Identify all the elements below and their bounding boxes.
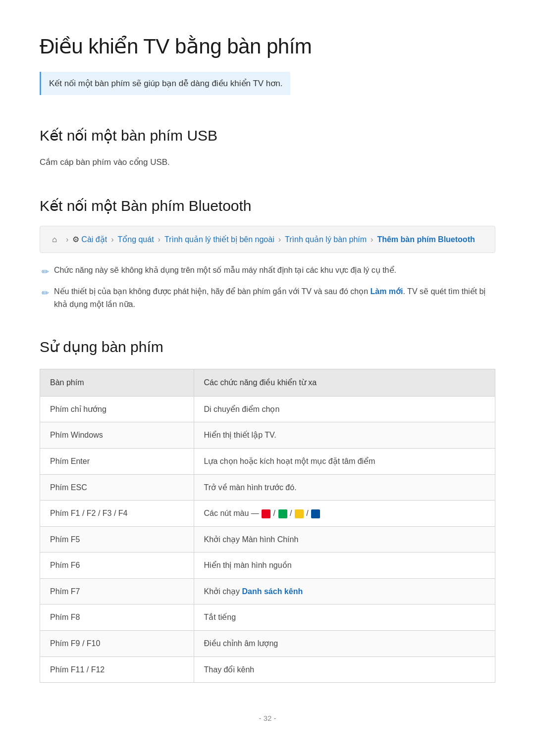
table-row: Phím F6 Hiển thị màn hình nguồn (40, 553, 495, 579)
table-row: Phím F8 Tắt tiếng (40, 605, 495, 631)
key-cell: Phím F9 / F10 (40, 631, 194, 657)
key-cell: Phím F5 (40, 526, 194, 553)
bluetooth-section-title: Kết nối một Bàn phím Bluetooth (40, 194, 495, 218)
breadcrumb-item-4[interactable]: Trình quản lý bàn phím (285, 233, 367, 246)
breadcrumb-sep-1: › (111, 233, 113, 246)
breadcrumb-item-2[interactable]: Tổng quát (117, 233, 154, 246)
func-cell: Hiển thị thiết lập TV. (194, 422, 495, 449)
table-row: Phím F9 / F10 Điều chỉnh âm lượng (40, 631, 495, 657)
func-cell: Khởi chạy Màn hình Chính (194, 526, 495, 553)
breadcrumb: ⌂ › ⚙ Cài đặt › Tổng quát › Trình quản l… (40, 226, 495, 253)
table-row: Phím F7 Khởi chạy Danh sách kênh (40, 578, 495, 605)
breadcrumb-item-1[interactable]: Cài đặt (81, 233, 107, 246)
table-row: Phím F11 / F12 Thay đổi kênh (40, 656, 495, 683)
section-usage: Sử dụng bàn phím Bàn phím Các chức năng … (40, 335, 495, 683)
table-row: Phím Enter Lựa chọn hoặc kích hoạt một m… (40, 448, 495, 474)
section-usb: Kết nối một bàn phím USB Cắm cáp bàn phí… (40, 124, 495, 169)
key-cell: Phím F8 (40, 605, 194, 631)
pencil-icon-1: ✏ (42, 265, 49, 279)
breadcrumb-item-5: Thêm bàn phím Bluetooth (377, 233, 475, 246)
table-header-row: Bàn phím Các chức năng điều khiển từ xa (40, 369, 495, 397)
breadcrumb-sep-0: › (66, 233, 68, 246)
breadcrumb-sep-4: › (371, 233, 373, 246)
key-cell: Phím ESC (40, 474, 194, 501)
bluetooth-note-1: ✏ Chức năng này sẽ không khả dụng trên m… (40, 264, 495, 279)
func-cell: Di chuyển điểm chọn (194, 396, 495, 422)
bluetooth-note-2-text: Nếu thiết bị của bạn không được phát hiệ… (54, 285, 495, 310)
func-cell: Điều chỉnh âm lượng (194, 631, 495, 657)
func-cell: Lựa chọn hoặc kích hoạt một mục đặt tâm … (194, 448, 495, 474)
key-cell: Phím F1 / F2 / F3 / F4 (40, 501, 194, 527)
keyboard-table: Bàn phím Các chức năng điều khiển từ xa … (40, 369, 495, 683)
key-cell: Phím Enter (40, 448, 194, 474)
bluetooth-notes: ✏ Chức năng này sẽ không khả dụng trên m… (40, 264, 495, 310)
color-yellow (295, 509, 304, 518)
page-title: Điều khiển TV bằng bàn phím (40, 30, 495, 63)
refresh-link[interactable]: Làm mới (370, 287, 403, 296)
channel-list-link[interactable]: Danh sách kênh (242, 587, 303, 596)
key-cell: Phím F6 (40, 553, 194, 579)
table-col2-header: Các chức năng điều khiển từ xa (194, 369, 495, 397)
page-footer: - 32 - (40, 712, 495, 724)
key-cell: Phím F11 / F12 (40, 656, 194, 683)
bluetooth-note-1-text: Chức năng này sẽ không khả dụng trên một… (54, 264, 396, 277)
intro-text: Kết nối một bàn phím sẽ giúp bạn dễ dàng… (40, 72, 290, 95)
table-col1-header: Bàn phím (40, 369, 194, 397)
breadcrumb-sep-3: › (278, 233, 281, 246)
f7-text-plain: Khởi chạy (204, 587, 242, 596)
settings-icon: ⚙ (72, 233, 79, 246)
key-cell: Phím chỉ hướng (40, 396, 194, 422)
func-cell-colors: Các nút màu — / / / (194, 501, 495, 527)
color-red (262, 509, 270, 518)
pencil-icon-2: ✏ (42, 286, 49, 301)
breadcrumb-sep-2: › (158, 233, 160, 246)
func-cell: Thay đổi kênh (194, 656, 495, 683)
table-row: Phím F1 / F2 / F3 / F4 Các nút màu — / /… (40, 501, 495, 527)
home-icon: ⌂ (49, 234, 60, 245)
usage-section-title: Sử dụng bàn phím (40, 335, 495, 359)
key-cell: Phím Windows (40, 422, 194, 449)
usb-section-title: Kết nối một bàn phím USB (40, 124, 495, 148)
func-cell: Hiển thị màn hình nguồn (194, 553, 495, 579)
func-cell-f7: Khởi chạy Danh sách kênh (194, 578, 495, 605)
table-row: Phím F5 Khởi chạy Màn hình Chính (40, 526, 495, 553)
key-cell: Phím F7 (40, 578, 194, 605)
color-green (278, 509, 287, 518)
table-row: Phím Windows Hiển thị thiết lập TV. (40, 422, 495, 449)
color-blue (311, 509, 320, 518)
section-bluetooth: Kết nối một Bàn phím Bluetooth ⌂ › ⚙ Cài… (40, 194, 495, 311)
table-row: Phím ESC Trở về màn hình trước đó. (40, 474, 495, 501)
func-cell: Trở về màn hình trước đó. (194, 474, 495, 501)
func-cell: Tắt tiếng (194, 605, 495, 631)
table-row: Phím chỉ hướng Di chuyển điểm chọn (40, 396, 495, 422)
bluetooth-note-2: ✏ Nếu thiết bị của bạn không được phát h… (40, 285, 495, 310)
breadcrumb-item-3[interactable]: Trình quản lý thiết bị bên ngoài (164, 233, 274, 246)
usb-section-desc: Cắm cáp bàn phím vào cổng USB. (40, 155, 495, 169)
